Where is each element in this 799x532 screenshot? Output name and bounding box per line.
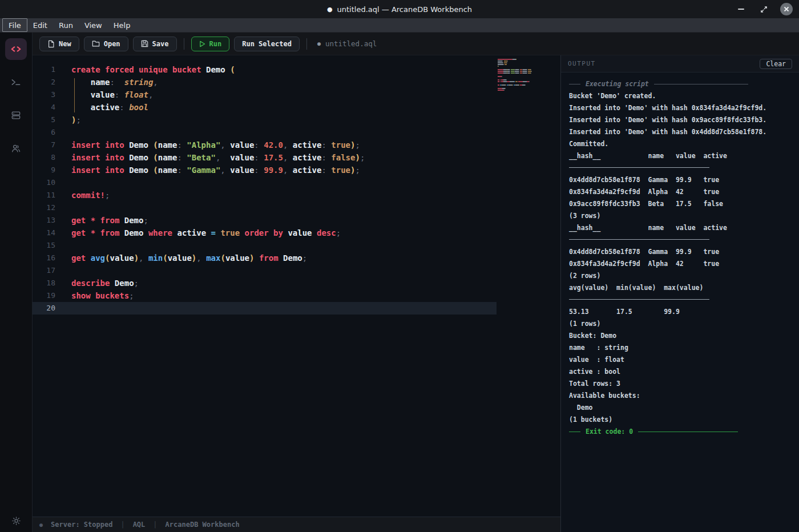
- output-line: Inserted into 'Demo' with hash 0x9acc89f…: [569, 114, 791, 126]
- activity-bar: [0, 33, 33, 532]
- output-line: 53.13 17.5 99.9: [569, 306, 791, 318]
- play-icon: [199, 41, 205, 47]
- editor-line[interactable]: 8insert into Demo (name: "Beta", value: …: [33, 151, 560, 164]
- minimize-button[interactable]: [734, 2, 748, 16]
- line-number: 9: [33, 164, 55, 176]
- output-line: 0x834fa3d4a2f9cf9d Alpha 42 true: [569, 186, 791, 198]
- line-number: 3: [33, 88, 55, 101]
- editor-line[interactable]: 20: [33, 302, 560, 315]
- editor-line[interactable]: 4 active: bool: [33, 101, 560, 114]
- window-title-text: untitled.aql — ArcaneDB Workbench: [337, 5, 473, 14]
- editor-line[interactable]: 17: [33, 264, 560, 277]
- menu-help[interactable]: Help: [108, 18, 136, 32]
- code-text: create forced unique bucket Demo (: [71, 63, 235, 76]
- editor-lines: 1create forced unique bucket Demo (2 nam…: [33, 63, 560, 315]
- output-line: active : bool: [569, 366, 791, 378]
- code-text: get * from Demo where active = true orde…: [71, 227, 341, 239]
- sidebar-item-database[interactable]: [5, 104, 27, 126]
- users-icon: [10, 143, 22, 154]
- output-line: [569, 234, 791, 246]
- open-button-label: Open: [104, 40, 120, 48]
- app-name: ArcaneDB Workbench: [166, 521, 240, 529]
- menu-run[interactable]: Run: [53, 18, 79, 32]
- editor-line[interactable]: 12: [33, 201, 560, 214]
- content-row: 1create forced unique bucket Demo (2 nam…: [33, 55, 799, 532]
- output-line: (2 rows): [569, 270, 791, 282]
- clear-output-button[interactable]: Clear: [760, 59, 792, 69]
- output-header: OUTPUT Clear: [561, 55, 799, 72]
- output-line: Bucket: Demo: [569, 330, 791, 342]
- open-file-name: untitled.aql: [325, 39, 377, 48]
- save-button-label: Save: [152, 40, 169, 48]
- terminal-icon: [10, 76, 22, 88]
- minimap[interactable]: [498, 59, 541, 93]
- output-line: (1 buckets): [569, 414, 791, 426]
- run-button[interactable]: Run: [191, 37, 230, 51]
- editor-line[interactable]: 9insert into Demo (name: "Gamma", value:…: [33, 164, 560, 176]
- output-line: Executing script: [569, 78, 791, 90]
- output-line: avg(value) min(value) max(value): [569, 282, 791, 294]
- editor-line[interactable]: 16get avg(value), min(value), max(value)…: [33, 252, 560, 264]
- output-line: (3 rows): [569, 210, 791, 222]
- editor-line[interactable]: 11commit!;: [33, 189, 560, 201]
- line-number: 10: [33, 176, 55, 189]
- editor-line[interactable]: 6: [33, 126, 560, 139]
- editor-line[interactable]: 10: [33, 176, 560, 189]
- open-button[interactable]: Open: [84, 37, 128, 51]
- menu-view[interactable]: View: [79, 18, 108, 32]
- editor-line[interactable]: 3 value: float,: [33, 88, 560, 101]
- editor-line[interactable]: 13get * from Demo;: [33, 214, 560, 227]
- editor-line[interactable]: 15: [33, 239, 560, 252]
- output-line: [569, 294, 791, 306]
- editor-line[interactable]: 19show buckets;: [33, 289, 560, 302]
- output-line: Available buckets:: [569, 390, 791, 402]
- output-line: Inserted into 'Demo' with hash 0x4dd8d7c…: [569, 126, 791, 138]
- editor-line[interactable]: 18describe Demo;: [33, 277, 560, 289]
- minimize-icon: [738, 9, 744, 10]
- line-number: 15: [33, 239, 55, 252]
- code-text: show buckets;: [71, 289, 134, 302]
- output-line: __hash__ name value active: [569, 222, 791, 234]
- maximize-button[interactable]: [757, 2, 770, 16]
- line-number: 2: [33, 76, 55, 88]
- menu-edit[interactable]: Edit: [27, 18, 53, 32]
- code-text: name: string,: [71, 76, 158, 88]
- run-button-label: Run: [209, 40, 222, 48]
- run-selected-label: Run Selected: [242, 40, 292, 48]
- editor-line[interactable]: 2 name: string,: [33, 76, 560, 88]
- menu-file[interactable]: File: [2, 18, 27, 32]
- sidebar-item-terminal[interactable]: [5, 71, 27, 93]
- code-text: describe Demo;: [71, 277, 139, 289]
- editor-line[interactable]: 5);: [33, 114, 560, 126]
- close-button[interactable]: [780, 2, 793, 16]
- status-bar: ● Server: Stopped | AQL | ArcaneDB Workb…: [33, 517, 560, 532]
- floppy-icon: [141, 40, 148, 47]
- code-text: commit!;: [71, 189, 110, 201]
- output-line: 0x4dd8d7cb58e1f878 Gamma 99.9 true: [569, 174, 791, 186]
- sidebar-item-users[interactable]: [5, 138, 27, 159]
- code-text: );: [71, 114, 81, 126]
- editor-line[interactable]: 1create forced unique bucket Demo (: [33, 63, 560, 76]
- settings-button[interactable]: [0, 515, 33, 526]
- output-line: Inserted into 'Demo' with hash 0x834fa3d…: [569, 102, 791, 114]
- output-line: (1 rows): [569, 318, 791, 330]
- output-line: [569, 162, 791, 174]
- toolbar-divider: [184, 38, 184, 50]
- output-line: Demo: [569, 402, 791, 414]
- code-editor[interactable]: 1create forced unique bucket Demo (2 nam…: [33, 55, 560, 517]
- editor-line[interactable]: 7insert into Demo (name: "Alpha", value:…: [33, 139, 560, 151]
- title-bar: ● untitled.aql — ArcaneDB Workbench: [0, 0, 799, 18]
- editor-line[interactable]: 14get * from Demo where active = true or…: [33, 227, 560, 239]
- server-status-icon: ●: [39, 522, 43, 528]
- run-selected-button[interactable]: Run Selected: [234, 37, 300, 51]
- line-number: 12: [33, 201, 55, 214]
- new-button[interactable]: New: [39, 37, 79, 51]
- code-text: get avg(value), min(value), max(value) f…: [71, 252, 307, 264]
- output-line: Total rows: 3: [569, 378, 791, 390]
- line-number: 1: [33, 63, 55, 76]
- sidebar-item-editor[interactable]: [5, 38, 27, 60]
- line-number: 4: [33, 101, 55, 114]
- save-button[interactable]: Save: [133, 37, 177, 51]
- editor-column: 1create forced unique bucket Demo (2 nam…: [33, 55, 560, 532]
- file-icon: [47, 40, 55, 48]
